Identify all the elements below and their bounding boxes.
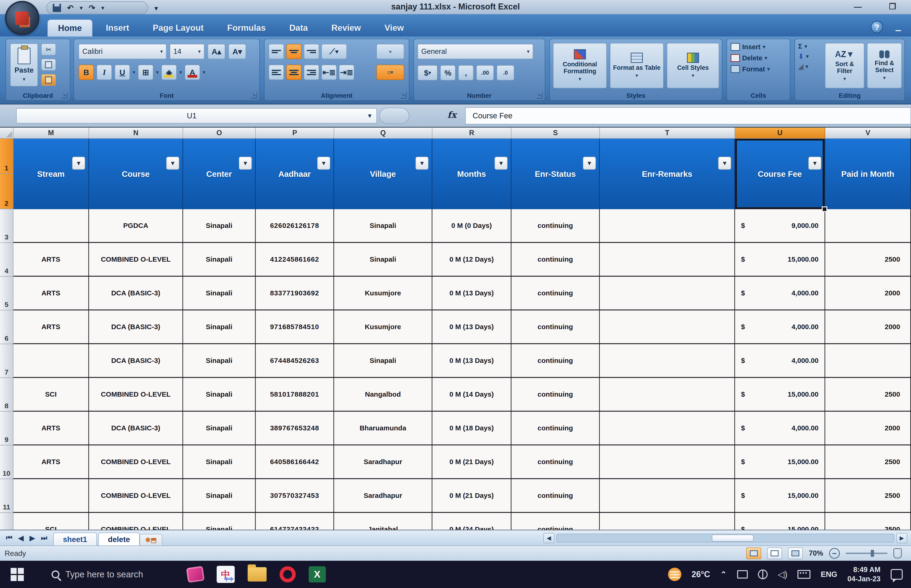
tab-formulas[interactable]: Formulas <box>217 19 276 37</box>
format-as-table-button[interactable]: Format as Table▾ <box>610 43 663 88</box>
cell-M5[interactable]: ARTS <box>13 277 89 310</box>
column-header-O[interactable]: O <box>183 128 256 139</box>
filter-header-remarks[interactable]: Enr-Remarks▼ <box>600 139 735 209</box>
cell-T9[interactable] <box>600 412 735 446</box>
media-app-icon[interactable] <box>186 566 205 583</box>
column-header-Q[interactable]: Q <box>334 128 432 139</box>
opera-browser-icon[interactable] <box>280 566 296 582</box>
cell-Q3[interactable]: Sinapali <box>334 209 432 243</box>
align-top-button[interactable] <box>269 44 284 59</box>
column-header-S[interactable]: S <box>511 128 600 139</box>
cell-T10[interactable] <box>600 446 735 479</box>
cell-S5[interactable]: continuing <box>511 277 600 310</box>
filter-header-paid[interactable]: Paid in Month <box>825 139 911 209</box>
number-dialog-launcher-icon[interactable]: ↘ <box>536 92 542 99</box>
sort-filter-button[interactable]: AZ▼ Sort & Filter▾ <box>825 43 864 88</box>
speaker-icon[interactable]: ◁) <box>778 569 788 580</box>
display-cast-icon[interactable] <box>737 570 748 578</box>
cell-T12[interactable] <box>600 513 735 530</box>
row-header-8[interactable]: 8 <box>0 378 13 412</box>
paste-button[interactable]: Paste ▾ <box>10 44 38 86</box>
percent-style-button[interactable]: % <box>440 65 455 81</box>
cell-S10[interactable]: continuing <box>511 446 600 479</box>
cell-T11[interactable] <box>600 479 735 513</box>
cell-M6[interactable]: ARTS <box>13 310 89 344</box>
row-header-5[interactable]: 5 <box>0 277 13 310</box>
cell-T3[interactable] <box>600 209 735 243</box>
tab-review[interactable]: Review <box>321 19 371 37</box>
number-format-combo[interactable]: General▾ <box>417 44 533 59</box>
font-name-combo[interactable]: Calibri▾ <box>79 44 167 59</box>
cell-P11[interactable]: 307570327453 <box>256 479 334 513</box>
first-sheet-icon[interactable]: ⏮ <box>6 534 12 542</box>
cell-P7[interactable]: 674484526263 <box>256 344 334 378</box>
taskbar-search[interactable]: Type here to search <box>52 570 143 580</box>
cell-O6[interactable]: Sinapali <box>183 310 256 344</box>
cell-M4[interactable]: ARTS <box>13 243 89 277</box>
normal-view-button[interactable] <box>746 548 761 559</box>
insert-cells-button[interactable]: Insert▾ <box>731 43 770 51</box>
cell-S7[interactable]: continuing <box>511 344 600 378</box>
cell-T8[interactable] <box>600 378 735 412</box>
cell-U5[interactable]: $4,000.00 <box>735 277 825 310</box>
column-header-M[interactable]: M <box>13 128 89 139</box>
row-header-12[interactable]: 12 <box>0 513 13 530</box>
cell-P10[interactable]: 640586166442 <box>256 446 334 479</box>
cell-T4[interactable] <box>600 243 735 277</box>
align-right-button[interactable] <box>304 65 319 80</box>
filter-dropdown-icon[interactable]: ▼ <box>416 157 429 170</box>
start-button[interactable] <box>11 568 24 581</box>
cell-U11[interactable]: $15,000.00 <box>735 479 825 513</box>
cell-T7[interactable] <box>600 344 735 378</box>
cell-V10[interactable]: 2500 <box>825 446 911 479</box>
align-bottom-button[interactable] <box>304 44 319 59</box>
autosum-button[interactable]: Σ▾ <box>798 42 809 50</box>
font-size-combo[interactable]: 14▾ <box>170 44 204 59</box>
cell-Q4[interactable]: Sinapali <box>334 243 432 277</box>
merge-center-button[interactable]: ⊡▾ <box>376 65 404 80</box>
cell-O4[interactable]: Sinapali <box>183 243 256 277</box>
clock[interactable]: 8:49 AM 04-Jan-23 <box>848 565 880 583</box>
copy-button[interactable] <box>41 59 56 71</box>
cell-S12[interactable]: continuing <box>511 513 600 530</box>
format-cells-button[interactable]: Format▾ <box>731 65 770 73</box>
accounting-format-button[interactable]: $▾ <box>417 65 437 81</box>
cell-V4[interactable]: 2500 <box>825 243 911 277</box>
help-icon[interactable]: ? <box>871 21 883 33</box>
cell-O9[interactable]: Sinapali <box>183 412 256 446</box>
filter-header-status[interactable]: Enr-Status▼ <box>511 139 600 209</box>
cell-U6[interactable]: $4,000.00 <box>735 310 825 344</box>
row-header-11[interactable]: 11 <box>0 479 13 513</box>
align-center-button[interactable] <box>286 65 301 80</box>
cell-Q8[interactable]: Nangalbod <box>334 378 432 412</box>
cell-O10[interactable]: Sinapali <box>183 446 256 479</box>
select-all-corner[interactable] <box>0 128 13 139</box>
insert-worksheet-tab[interactable]: ❋⬒ <box>140 534 162 546</box>
save-icon[interactable] <box>53 4 61 12</box>
cell-N4[interactable]: COMBINED O-LEVEL <box>89 243 183 277</box>
maximize-button[interactable]: ❐ <box>883 1 902 12</box>
cell-V12[interactable]: 2500 <box>825 513 911 530</box>
cell-S8[interactable]: continuing <box>511 378 600 412</box>
cell-V6[interactable]: 2000 <box>825 310 911 344</box>
row-header-7[interactable]: 7 <box>0 344 13 378</box>
cell-V9[interactable]: 2000 <box>825 412 911 446</box>
filter-header-village[interactable]: Village▼ <box>334 139 432 209</box>
cell-O3[interactable]: Sinapali <box>183 209 256 243</box>
cell-M11[interactable] <box>13 479 89 513</box>
cell-N8[interactable]: COMBINED O-LEVEL <box>89 378 183 412</box>
network-icon[interactable] <box>758 570 768 579</box>
fx-icon[interactable]: fx <box>447 110 456 120</box>
cell-S3[interactable]: continuing <box>511 209 600 243</box>
underline-button[interactable]: U <box>115 65 130 80</box>
scroll-right-icon[interactable]: ▶ <box>896 533 907 543</box>
horizontal-scroll-track[interactable] <box>556 534 894 543</box>
cut-button[interactable]: ✂ <box>41 44 56 55</box>
cell-U3[interactable]: $9,000.00 <box>735 209 825 243</box>
borders-button[interactable]: ⊞ <box>138 65 153 80</box>
cell-U8[interactable]: $15,000.00 <box>735 378 825 412</box>
bold-button[interactable]: B <box>79 65 94 80</box>
cell-V11[interactable]: 2500 <box>825 479 911 513</box>
wrap-text-button[interactable]: ≋ <box>376 44 404 59</box>
cell-R10[interactable]: 0 M (21 Days) <box>432 446 511 479</box>
